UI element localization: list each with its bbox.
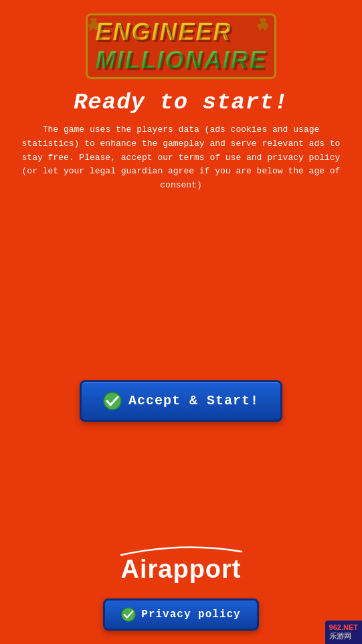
description-text: The game uses the players data (ads cook… <box>0 123 362 193</box>
watermark: 962.NET 乐游网 <box>325 621 362 644</box>
page-title: Ready to start! <box>74 90 288 115</box>
logo-line2: MILLIONAIRE <box>96 46 267 74</box>
logo-line1: ENGINEER <box>96 18 267 46</box>
company-name: Airapport <box>121 555 242 584</box>
checkmark-icon <box>103 392 122 410</box>
accept-start-button[interactable]: Accept & Start! <box>80 380 282 422</box>
watermark-text: 962.NET <box>329 623 358 631</box>
privacy-policy-button[interactable]: Privacy policy <box>103 598 258 631</box>
logo-border: ENGINEER MILLIONAIRE <box>86 13 277 79</box>
watermark-subtitle: 乐游网 <box>329 632 351 640</box>
privacy-checkmark-icon <box>121 607 136 622</box>
accept-button-label: Accept & Start! <box>128 393 259 408</box>
privacy-button-label: Privacy policy <box>141 609 240 621</box>
app-logo: ENGINEER MILLIONAIRE <box>86 13 277 79</box>
company-logo: Airapport <box>114 545 248 584</box>
